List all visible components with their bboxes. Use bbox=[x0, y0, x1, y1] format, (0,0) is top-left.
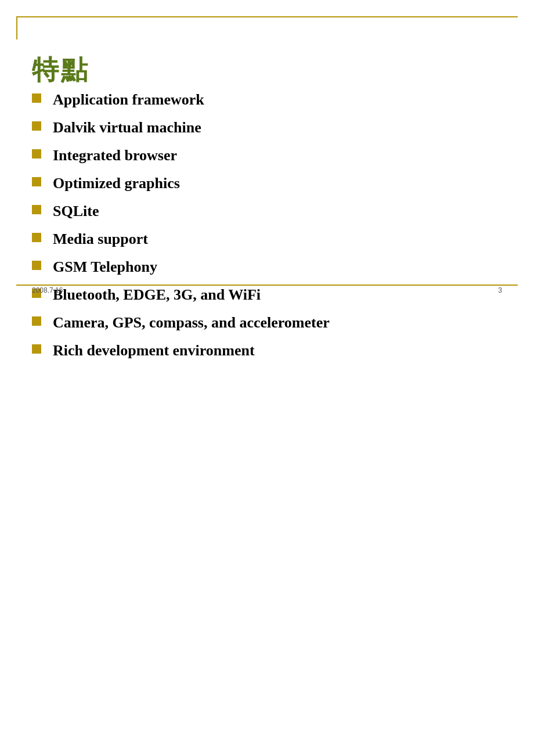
list-item: Dalvik virtual machine bbox=[32, 118, 502, 143]
bullet-icon bbox=[32, 93, 41, 103]
list-item: GSM Telephony bbox=[32, 257, 502, 283]
bullet-text: SQLite bbox=[53, 201, 99, 221]
bullet-text: Media support bbox=[53, 229, 148, 249]
footer-page-number: 3 bbox=[498, 286, 502, 294]
list-item: Bluetooth, EDGE, 3G, and WiFi bbox=[32, 285, 502, 311]
bullet-icon bbox=[32, 233, 41, 242]
bullet-text: Dalvik virtual machine bbox=[53, 118, 201, 138]
bullet-icon bbox=[32, 121, 41, 131]
bullet-icon bbox=[32, 205, 41, 214]
bullet-list: Application framework Dalvik virtual mac… bbox=[32, 90, 502, 369]
left-border-top bbox=[16, 16, 17, 39]
bottom-border bbox=[16, 285, 518, 286]
list-item: Media support bbox=[32, 229, 502, 255]
list-item: Rich development environment bbox=[32, 341, 502, 366]
bullet-icon bbox=[32, 344, 41, 354]
list-item: Integrated browser bbox=[32, 146, 502, 171]
bullet-text: Bluetooth, EDGE, 3G, and WiFi bbox=[53, 285, 261, 305]
top-border bbox=[16, 16, 518, 17]
bullet-icon bbox=[32, 149, 41, 159]
bullet-text: Integrated browser bbox=[53, 146, 177, 165]
list-item: Optimized graphics bbox=[32, 174, 502, 199]
bullet-icon bbox=[32, 261, 41, 270]
slide-title: 特點 bbox=[32, 52, 90, 88]
bullet-icon bbox=[32, 177, 41, 186]
bullet-icon bbox=[32, 316, 41, 326]
slide: 特點 Application framework Dalvik virtual … bbox=[0, 0, 534, 756]
bullet-text: Application framework bbox=[53, 90, 204, 110]
bullet-text: GSM Telephony bbox=[53, 257, 157, 277]
bullet-text: Camera, GPS, compass, and accelerometer bbox=[53, 313, 330, 333]
list-item: Camera, GPS, compass, and accelerometer bbox=[32, 313, 502, 339]
list-item: SQLite bbox=[32, 201, 502, 227]
list-item: Application framework bbox=[32, 90, 502, 116]
bullet-text: Rich development environment bbox=[53, 341, 255, 361]
bullet-text: Optimized graphics bbox=[53, 174, 180, 193]
footer-date: 2008.7.16 bbox=[32, 286, 63, 294]
